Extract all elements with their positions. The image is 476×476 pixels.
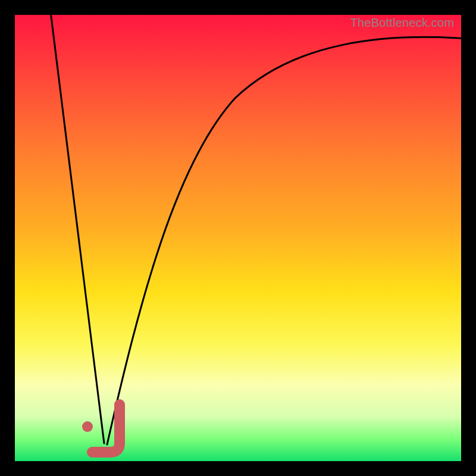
curve-left bbox=[51, 12, 104, 443]
curves-layer bbox=[15, 15, 461, 461]
curve-right bbox=[107, 37, 467, 444]
chart-frame: TheBottleneck.com bbox=[0, 0, 476, 476]
plot-area: TheBottleneck.com bbox=[15, 15, 461, 461]
j-marker-icon bbox=[92, 405, 120, 452]
j-marker-dot-icon bbox=[82, 421, 93, 432]
